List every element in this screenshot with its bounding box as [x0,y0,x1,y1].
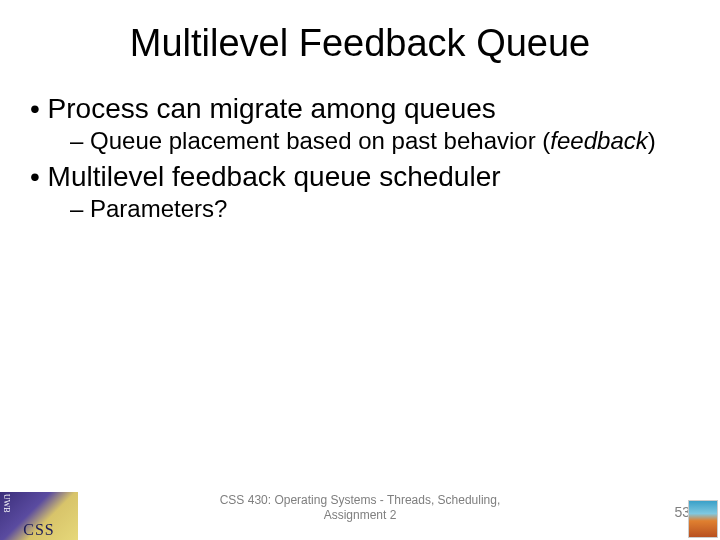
bullet-item: Process can migrate among queues Queue p… [30,93,690,155]
bullet-list: Process can migrate among queues Queue p… [30,93,690,223]
sub-bullet-text: ) [648,127,656,154]
uwb-mark: UWB [2,494,11,513]
slide-body: Process can migrate among queues Queue p… [0,65,720,223]
bullet-text: Multilevel feedback queue scheduler [48,161,501,192]
sub-bullet-item: Parameters? [70,195,690,223]
bullet-text: Process can migrate among queues [48,93,496,124]
textbook-thumbnail [688,500,718,538]
footer-line: CSS 430: Operating Systems - Threads, Sc… [0,493,720,507]
bullet-item: Multilevel feedback queue scheduler Para… [30,161,690,223]
footer-text: CSS 430: Operating Systems - Threads, Sc… [0,493,720,522]
css-logo: UWB CSS [0,492,78,540]
sub-bullet-text: Parameters? [90,195,227,222]
footer-line: Assignment 2 [0,508,720,522]
sub-bullet-list: Parameters? [30,195,690,223]
slide: Multilevel Feedback Queue Process can mi… [0,0,720,540]
sub-bullet-list: Queue placement based on past behavior (… [30,127,690,155]
logo-label: CSS [23,521,54,539]
sub-bullet-item: Queue placement based on past behavior (… [70,127,690,155]
slide-title: Multilevel Feedback Queue [0,0,720,65]
sub-bullet-text-italic: feedback [550,127,647,154]
sub-bullet-text: Queue placement based on past behavior ( [90,127,550,154]
